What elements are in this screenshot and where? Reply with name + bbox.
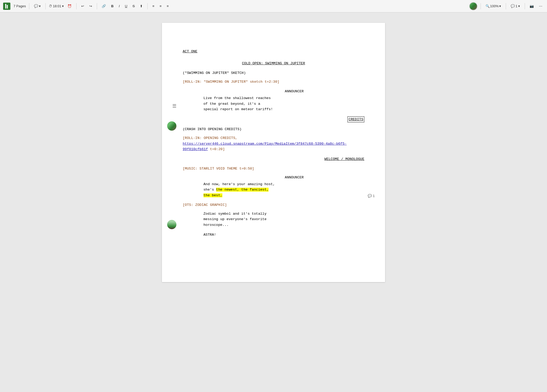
divider-6 [481,3,481,9]
dialogue-3-line3: horoscope... [203,222,344,228]
bold-button[interactable]: B [110,3,115,9]
time-display: ⏱ 18:01 ▾ [49,4,64,8]
dialogue-3: Zodiac symbol and it's totally messing u… [203,211,344,228]
dialogue-2-line2-highlight: the newest, the fanciest, [216,188,269,192]
dialogue-2: And now, here's your amazing host, she's… [203,181,344,198]
act-heading: ACT ONE [183,49,364,54]
astra-line: ASTRA! [203,232,344,238]
undo-button[interactable]: ↩ [80,3,86,9]
link-icon: 🔗 [102,4,106,8]
main-content: ☰ 💬 1 ACT ONE COLD OPEN: SWIMMING ON JUP… [0,12,547,292]
undo-icon: ↩ [81,4,84,8]
clock-icon: ⏱ [49,4,52,8]
zoom-value: 100% [490,4,499,8]
comments-count: 1 [516,4,517,8]
svg-rect-0 [5,4,6,9]
margin-comment-icon[interactable]: ☰ [172,103,176,109]
align-center-button[interactable]: ≡ [158,3,163,9]
comments-button[interactable]: 💬 1 ▾ [509,3,522,9]
credits-container: CREDITS [183,116,364,123]
time-dropdown-arrow: ▾ [62,4,64,8]
divider-4 [97,3,97,9]
margin-avatar-2 [167,220,176,229]
divider-2 [45,3,46,9]
dialogue-1: Live from the shallowest reaches of the … [203,95,344,112]
dialogue-2-line2: she's the newest, the fanciest, [203,187,344,193]
svg-rect-1 [7,5,8,9]
toolbar: 7 Pages 💬 ▾ ⏱ 18:01 ▾ ⏰ ↩ ↪ 🔗 B I U S ⬆ … [0,0,547,12]
dialogue-1-line1: Live from the shallowest reaches [203,95,344,101]
zoom-icon: 🔍 [486,4,490,8]
dialogue-2-line1: And now, here's your amazing host, [203,181,344,187]
align-left-icon: ≡ [152,4,154,8]
divider-8 [525,3,525,9]
strikethrough-button[interactable]: S [131,3,136,9]
camera-button[interactable]: 📷 [528,3,535,9]
redo-button[interactable]: ↪ [88,3,94,9]
align-left-button[interactable]: ≡ [151,3,156,9]
document-page: ☰ 💬 1 ACT ONE COLD OPEN: SWIMMING ON JUP… [162,23,385,282]
roll-in-1: [ROLL-IN: "SWIMMING ON JUPITER" sketch t… [183,79,364,85]
crash-credits: (CRASH INTO OPENING CREDITS) [183,127,364,132]
align-right-button[interactable]: ≡ [165,3,170,9]
cold-open-heading: COLD OPEN: SWIMMING ON JUPITER [183,61,364,66]
roll-in-2: [ROLL-IN: OPENING CREDITS, https://serve… [183,135,364,152]
app-logo [3,3,10,10]
camera-icon: 📷 [530,4,534,8]
comment-icon: 💬 [511,4,515,8]
dialogue-3-line1: Zodiac symbol and it's totally [203,211,344,217]
divider-1 [29,3,29,9]
underline-label: U [125,4,127,8]
superscript-icon: ⬆ [140,4,143,8]
dialogue-3-line2: messing up everyone's favorite [203,216,344,222]
zoom-arrow: ▾ [499,4,501,8]
comment-style-arrow: ▾ [39,4,41,8]
comment-bubble-icon: 💬 [368,194,372,198]
roll-in-2-link[interactable]: https://server446.cloud.snapstream.com/P… [183,142,347,151]
divider-5 [147,3,148,9]
time-value: 18:01 [53,4,61,8]
underline-button[interactable]: U [123,3,129,9]
ots-direction: [OTS: ZODIAC GRAPHIC] [183,202,364,208]
redo-icon: ↪ [89,4,92,8]
italic-label: I [119,4,120,8]
dialogue-2-line3: the best, [203,193,344,198]
page-count: 7 Pages [13,4,26,8]
bold-label: B [111,4,113,8]
roll-in-2-suffix: t=0:20] [208,147,225,151]
welcome-heading: WELCOME / MONOLOGUE [183,156,364,162]
character-name-1: ANNOUNCER [224,89,364,94]
script-content: ACT ONE COLD OPEN: SWIMMING ON JUPITER (… [183,38,364,237]
divider-3 [76,3,77,9]
superscript-button[interactable]: ⬆ [138,3,144,9]
sketch-action: ("SWIMMING ON JUPITER" SKETCH) [183,70,364,76]
comment-indicator[interactable]: 💬 1 [368,194,375,198]
dialogue-2-line3-highlight: the best, [203,193,222,197]
comments-arrow: ▾ [518,4,520,8]
align-right-icon: ≡ [167,4,169,8]
alarm-button[interactable]: ⏰ [66,3,73,9]
more-icon: ⋯ [539,4,542,8]
user-avatar[interactable] [469,2,477,10]
strikethrough-label: S [133,4,135,8]
music-direction: [MUSIC: STARLIT VOID THEME t=0:50] [183,166,364,172]
italic-button[interactable]: I [117,3,121,9]
alarm-icon: ⏰ [67,4,72,8]
link-button[interactable]: 🔗 [100,3,107,9]
margin-avatar-1 [167,121,176,131]
comment-style-icon: 💬 [34,4,38,8]
roll-in-2-prefix: [ROLL-IN: OPENING CREDITS, [183,136,237,140]
credits-label: CREDITS [347,116,364,123]
roll-in-1-text: [ROLL-IN: "SWIMMING ON JUPITER" sketch t… [183,80,279,84]
comment-style-button[interactable]: 💬 ▾ [32,3,42,9]
align-center-icon: ≡ [160,4,162,8]
dialogue-1-line2: of the great beyond, it's a [203,101,344,107]
character-name-2: ANNOUNCER [224,175,364,180]
divider-7 [506,3,506,9]
more-button[interactable]: ⋯ [537,3,544,9]
comment-count-badge: 1 [373,194,375,198]
zoom-button[interactable]: 🔍 100% ▾ [484,3,503,9]
dialogue-1-line3: special report on meteor tariffs! [203,107,344,112]
dialogue-2-line2-part1: she's [203,188,216,192]
toolbar-right: 🔍 100% ▾ 💬 1 ▾ 📷 ⋯ [469,2,544,10]
